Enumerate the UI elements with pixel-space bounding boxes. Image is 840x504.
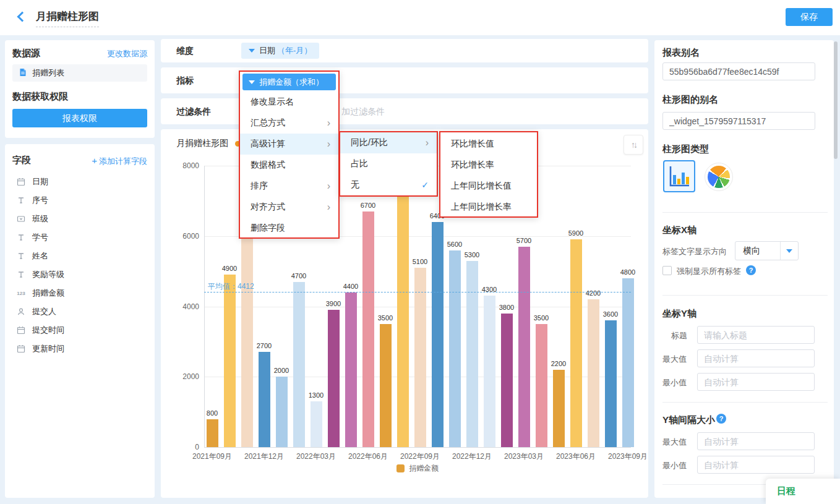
person-icon bbox=[16, 307, 26, 317]
yoy-submenu-items: 环比增长值环比增长率上年同比增长值上年同比增长率 bbox=[440, 132, 537, 218]
menu-items: 修改显示名汇总方式›高级计算›数据格式排序›对齐方式›删除字段 bbox=[240, 92, 338, 239]
menu-item-2[interactable]: 高级计算› bbox=[240, 134, 338, 155]
scrollbar[interactable] bbox=[834, 41, 838, 159]
fields-title: 字段 bbox=[12, 155, 31, 166]
dimension-pill[interactable]: 日期（年-月） bbox=[241, 43, 319, 59]
divider bbox=[662, 295, 828, 296]
field-item-4[interactable]: 姓名 bbox=[5, 247, 155, 265]
menu-item-label: 环比增长值 bbox=[451, 139, 494, 150]
menu-item-3[interactable]: 数据格式 bbox=[240, 155, 338, 176]
select-icon bbox=[16, 214, 26, 224]
yoy-menu-item-3[interactable]: 上年同比增长率 bbox=[440, 197, 537, 218]
calendar-icon bbox=[16, 177, 26, 187]
menu-item-label: 高级计算 bbox=[251, 139, 285, 150]
field-item-2[interactable]: 班级 bbox=[5, 210, 155, 228]
text-icon bbox=[16, 195, 26, 205]
menu-item-label: 汇总方式 bbox=[251, 117, 285, 129]
caret-down-icon bbox=[786, 249, 792, 253]
label-direction-label: 标签文字显示方向 bbox=[662, 246, 727, 257]
field-item-6[interactable]: 123捐赠金额 bbox=[5, 284, 155, 302]
menu-item-5[interactable]: 对齐方式› bbox=[240, 197, 338, 218]
field-item-1[interactable]: 序号 bbox=[5, 191, 155, 210]
submenu-item-0[interactable]: 同比/环比› bbox=[340, 132, 437, 153]
field-item-label: 提交人 bbox=[32, 306, 56, 317]
change-datasource-link[interactable]: 更改数据源 bbox=[107, 48, 147, 59]
y-axis-section-label: 坐标Y轴 bbox=[662, 308, 696, 320]
y-interval-max-input[interactable] bbox=[697, 432, 815, 450]
chart-type-pie-icon[interactable] bbox=[705, 163, 733, 191]
y-interval-label: Y轴间隔大小 bbox=[662, 414, 715, 426]
filter-row: 过滤条件 加过滤条件 bbox=[161, 98, 648, 124]
label-direction-select[interactable]: 横向 bbox=[735, 241, 799, 260]
report-permission-button[interactable]: 报表权限 bbox=[12, 109, 147, 127]
yoy-submenu: 环比增长值环比增长率上年同比增长值上年同比增长率 bbox=[439, 131, 538, 218]
select-caret-wrap bbox=[780, 242, 798, 260]
chevron-right-icon: › bbox=[327, 139, 330, 149]
menu-item-label: 上年同比增长率 bbox=[451, 202, 512, 213]
interval-min-label: 最小值 bbox=[662, 460, 687, 471]
filter-placeholder[interactable]: 加过滤条件 bbox=[341, 106, 385, 117]
submenu-items: 同比/环比›占比无✓ bbox=[340, 132, 437, 195]
y-title-input[interactable] bbox=[697, 326, 815, 344]
y-min-label: 最小值 bbox=[662, 377, 687, 388]
dimension-pill-value: 日期 bbox=[259, 45, 275, 56]
back-icon[interactable] bbox=[17, 12, 28, 22]
y-max-input[interactable] bbox=[697, 349, 815, 367]
divider bbox=[662, 402, 828, 403]
chevron-right-icon: › bbox=[327, 181, 330, 191]
field-item-label: 捐赠金额 bbox=[32, 288, 64, 299]
datasource-item[interactable]: 捐赠列表 bbox=[12, 64, 147, 82]
y-interval-min-input[interactable] bbox=[697, 456, 815, 474]
text-icon bbox=[16, 233, 26, 242]
menu-item-label: 数据格式 bbox=[251, 160, 285, 171]
add-calc-field-label: 添加计算字段 bbox=[99, 156, 147, 166]
menu-item-1[interactable]: 汇总方式› bbox=[240, 113, 338, 134]
field-item-label: 奖励等级 bbox=[32, 269, 64, 280]
question-icon[interactable]: ? bbox=[746, 265, 756, 275]
field-item-8[interactable]: 提交时间 bbox=[5, 321, 155, 340]
label-direction-value: 横向 bbox=[735, 242, 780, 260]
save-button[interactable]: 保存 bbox=[786, 8, 833, 26]
metric-dropdown-menu: 捐赠金额（求和） 修改显示名汇总方式›高级计算›数据格式排序›对齐方式›删除字段 bbox=[239, 70, 340, 239]
menu-item-label: 无 bbox=[351, 179, 359, 190]
report-alias-input[interactable] bbox=[662, 62, 815, 80]
field-item-9[interactable]: 更新时间 bbox=[5, 340, 155, 358]
question-icon[interactable]: ? bbox=[716, 414, 726, 424]
x-axis-section-label: 坐标X轴 bbox=[662, 224, 696, 236]
menu-item-6[interactable]: 删除字段 bbox=[240, 218, 338, 239]
menu-item-label: 排序 bbox=[251, 181, 268, 192]
chart-type-bar-icon[interactable] bbox=[663, 160, 695, 192]
interval-max-label: 最大值 bbox=[662, 437, 687, 448]
chevron-right-icon: › bbox=[327, 118, 330, 128]
schedule-float-card[interactable]: 日程 bbox=[766, 479, 840, 504]
add-calc-field-link[interactable]: +添加计算字段 bbox=[92, 155, 147, 167]
sort-icon[interactable]: ↑↓ bbox=[624, 135, 643, 155]
chevron-right-icon: › bbox=[426, 138, 429, 148]
document-icon bbox=[19, 68, 27, 79]
field-item-7[interactable]: 提交人 bbox=[5, 302, 155, 321]
y-title-label: 标题 bbox=[671, 330, 687, 341]
menu-item-0[interactable]: 修改显示名 bbox=[240, 92, 338, 113]
plus-icon: + bbox=[92, 155, 97, 166]
menu-item-4[interactable]: 排序› bbox=[240, 176, 338, 197]
metric-pill[interactable]: 捐赠金额（求和） bbox=[242, 74, 336, 90]
calendar-icon bbox=[16, 344, 26, 354]
yoy-menu-item-0[interactable]: 环比增长值 bbox=[440, 134, 537, 155]
field-item-label: 班级 bbox=[32, 213, 48, 224]
text-icon bbox=[16, 270, 26, 280]
advanced-calc-submenu: 同比/环比›占比无✓ bbox=[339, 131, 438, 197]
yoy-menu-item-2[interactable]: 上年同比增长值 bbox=[440, 176, 537, 197]
dimension-row: 维度 日期（年-月） bbox=[161, 39, 648, 62]
chart-legend: 捐赠金额 bbox=[204, 463, 631, 474]
y-min-input[interactable] bbox=[697, 373, 815, 391]
legend-label: 捐赠金额 bbox=[409, 463, 439, 474]
field-item-5[interactable]: 奖励等级 bbox=[5, 265, 155, 284]
yoy-menu-item-1[interactable]: 环比增长率 bbox=[440, 155, 537, 176]
datasource-item-label: 捐赠列表 bbox=[32, 67, 64, 79]
widget-alias-input[interactable] bbox=[662, 112, 815, 130]
submenu-item-1[interactable]: 占比 bbox=[340, 153, 437, 174]
submenu-item-2[interactable]: 无✓ bbox=[340, 174, 437, 195]
field-item-3[interactable]: 学号 bbox=[5, 228, 155, 247]
field-item-0[interactable]: 日期 bbox=[5, 173, 155, 191]
force-show-labels-checkbox[interactable] bbox=[662, 266, 672, 275]
